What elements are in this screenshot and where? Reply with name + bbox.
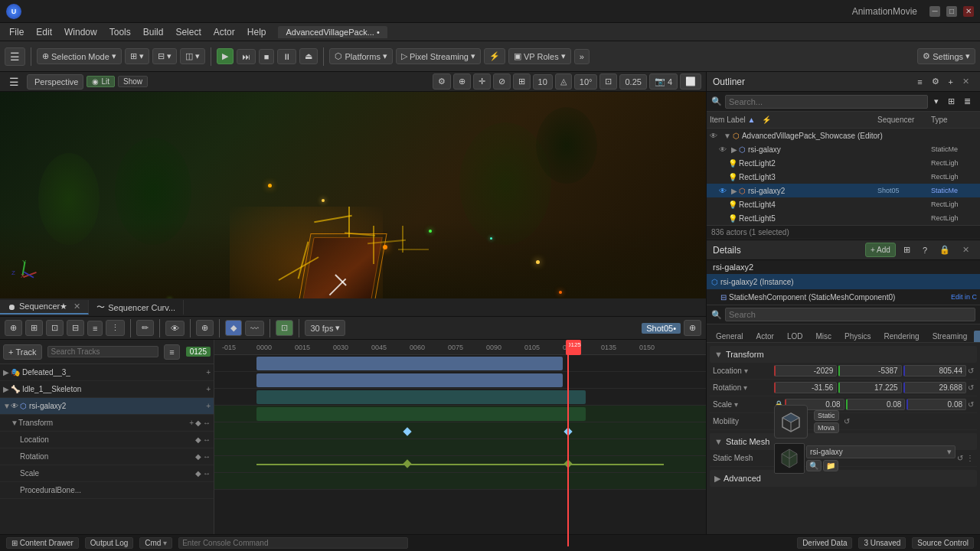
track-item-idle[interactable]: ▶ 🦴 Idle_1__Skeleton + [0, 381, 214, 398]
snap-surface-btn[interactable]: ✛ [473, 73, 491, 90]
tab-streaming[interactable]: Streaming [926, 331, 974, 342]
rotation-z[interactable] [903, 382, 966, 393]
menu-build[interactable]: Build [137, 25, 170, 39]
outliner-item-rect4[interactable]: 💡 RectLight4 RectLigh [707, 197, 980, 211]
outliner-add-btn[interactable]: + [944, 75, 958, 89]
add-track-icon3[interactable]: + [206, 402, 211, 410]
outliner-item-galaxy[interactable]: 👁 ▶ ⬡ rsi-galaxy StaticMe [707, 142, 980, 156]
seq-view-btn[interactable]: 👁 [165, 321, 185, 336]
details-search-input[interactable] [725, 308, 975, 321]
location-x[interactable] [774, 365, 837, 377]
scale-val[interactable]: 0.25 [619, 74, 646, 90]
tab-physics[interactable]: Physics [838, 331, 877, 342]
project-tab[interactable]: AdvancedVillagePack... • [278, 26, 387, 38]
location-reset[interactable]: ↺ [968, 367, 974, 375]
seq-lock-btn[interactable]: ⊟ [67, 320, 84, 336]
maximize-viewport-btn[interactable]: ⬜ [680, 73, 701, 90]
camera-button[interactable]: ◫ ▾ [180, 48, 205, 64]
camera-count-btn[interactable]: 📷 4 [649, 73, 678, 90]
seq-add-btn[interactable]: ⊞ [25, 320, 43, 336]
viewport[interactable]: 20.00 X Y Z [0, 92, 706, 298]
grid-val[interactable]: 10 [533, 74, 553, 90]
scale-dropdown[interactable]: ▾ [734, 400, 738, 409]
vp-roles-button[interactable]: ▣ VP Roles ▾ [508, 48, 571, 64]
menu-window[interactable]: Window [58, 25, 103, 39]
more-button[interactable]: » [574, 49, 590, 64]
comp-item-instance[interactable]: ⬡ rsi-galaxy2 (Instance) [707, 274, 980, 289]
selection-mode-button[interactable]: ⊕ Selection Mode ▾ [37, 48, 122, 64]
snap-world-btn[interactable]: ⊕ [453, 73, 471, 90]
seq-snap-btn[interactable]: ⊡ [276, 320, 293, 336]
details-blueprint-btn[interactable]: ⊞ [899, 243, 915, 257]
edit-link[interactable]: Edit in C [951, 293, 977, 301]
menu-help[interactable]: Help [241, 25, 273, 39]
track-item-scale[interactable]: Scale ◆ ↔ [0, 465, 214, 482]
visibility-icon[interactable]: 👁 [11, 402, 18, 410]
seq-camera-btn[interactable]: ⊕ [684, 320, 701, 336]
settings-button[interactable]: ⚙ Settings ▾ [917, 48, 975, 64]
snap-button[interactable]: ⊟ ▾ [152, 48, 177, 64]
tab-misc[interactable]: Misc [809, 331, 838, 342]
find-in-cb-btn[interactable]: 🔍 [806, 460, 822, 471]
sequencer-curve-tab[interactable]: 〜 Sequencer Curv... [89, 300, 184, 315]
track-item-location[interactable]: Location ◆ ↔ [0, 432, 214, 448]
outliner-settings-btn[interactable]: ⚙ [927, 74, 944, 89]
location-y[interactable] [838, 365, 901, 377]
col-seq-header[interactable]: Sequencer [877, 116, 931, 124]
filter-tracks-btn[interactable]: ≡ [164, 344, 179, 360]
track-item-rsi[interactable]: ▼ 👁 ⬡ rsi-galaxy2 + [0, 398, 214, 415]
pixel-streaming-button[interactable]: ▷ Pixel Streaming ▾ [396, 48, 481, 64]
rotation-x[interactable] [774, 382, 837, 393]
seq-transform-btn[interactable]: ⊕ [196, 320, 214, 336]
move-icon[interactable]: ↔ [203, 419, 211, 427]
add-track-button[interactable]: + Track [3, 344, 42, 360]
track-item-defeated[interactable]: ▶ 🎭 Defeated__3_ + [0, 364, 214, 381]
toolbar-new-button[interactable]: ☰ [5, 47, 25, 66]
seq-easing-btn[interactable]: 〰 [245, 321, 264, 336]
eject-button[interactable]: ⏏ [299, 48, 318, 64]
outliner-filter-btn[interactable]: ≡ [913, 75, 926, 89]
static-btn[interactable]: Static [814, 410, 839, 421]
track-item-bone[interactable]: ProceduralBone... [0, 482, 214, 499]
seq-key-btn[interactable]: ◆ [225, 320, 242, 336]
add-track-icon2[interactable]: + [206, 385, 211, 393]
tab-lod[interactable]: LOD [781, 331, 809, 342]
outliner-item-rect2[interactable]: 💡 RectLight2 RectLigh [707, 156, 980, 170]
tab-rendering[interactable]: Rendering [878, 331, 926, 342]
add-track-icon[interactable]: + [206, 368, 211, 377]
mobility-reset[interactable]: ↺ [844, 417, 850, 425]
outliner-search-input[interactable] [725, 95, 928, 109]
outliner-close-btn[interactable]: ✕ [958, 74, 974, 89]
grid-btn[interactable]: ⊞ [513, 73, 531, 90]
angle-val[interactable]: 10° [574, 74, 598, 90]
cmd-btn[interactable]: Cmd ▾ [139, 537, 172, 549]
seq-more-btn[interactable]: ⋮ [106, 320, 125, 336]
surface-btn[interactable]: ⊘ [493, 73, 511, 90]
transform-section-header[interactable]: ▼ Transform [710, 346, 977, 363]
tab-actor[interactable]: Actor [750, 331, 780, 342]
location-z[interactable] [903, 365, 966, 377]
mesh-name-input[interactable]: rsi-galaxy ▾ [806, 445, 956, 458]
step-button[interactable]: ⏭ [237, 49, 256, 64]
timeline[interactable]: -015 0000 0015 0030 0045 0060 0075 0090 … [214, 340, 706, 546]
viewport-settings-btn[interactable]: ⚙ [433, 73, 451, 90]
add-track-icon4[interactable]: + [189, 419, 194, 427]
unsaved-btn[interactable]: 3 Unsaved [858, 537, 906, 549]
outliner-item-root[interactable]: 👁 ▼ ⬡ AdvancedVillagePack_Showcase (Edit… [707, 129, 980, 142]
comp-item-mesh[interactable]: ⊟ StaticMeshComponent (StaticMeshCompone… [707, 289, 980, 305]
outliner-view-btn[interactable]: ≣ [959, 94, 975, 109]
outliner-item-galaxy2[interactable]: 👁 ▶ ⬡ rsi-galaxy2 Shot05 StaticMe [707, 184, 980, 197]
location-dropdown[interactable]: ▾ [744, 367, 748, 375]
play-button[interactable]: ▶ [217, 48, 234, 64]
details-close-btn[interactable]: ✕ [958, 243, 974, 257]
scale-btn[interactable]: ⊡ [599, 73, 617, 90]
menu-tools[interactable]: Tools [103, 25, 137, 39]
multi-user-button[interactable]: ⚡ [484, 48, 505, 64]
menu-edit[interactable]: Edit [30, 25, 58, 39]
mesh-reset[interactable]: ↺ [957, 454, 963, 462]
outliner-item-rect3[interactable]: 💡 RectLight3 RectLigh [707, 170, 980, 184]
details-info-btn[interactable]: ? [918, 243, 932, 257]
fps-btn[interactable]: 30 fps ▾ [305, 320, 345, 336]
sequencer-tab[interactable]: ⏺ Sequencer★ ✕ [0, 300, 89, 315]
search-tracks-input[interactable] [47, 346, 159, 357]
